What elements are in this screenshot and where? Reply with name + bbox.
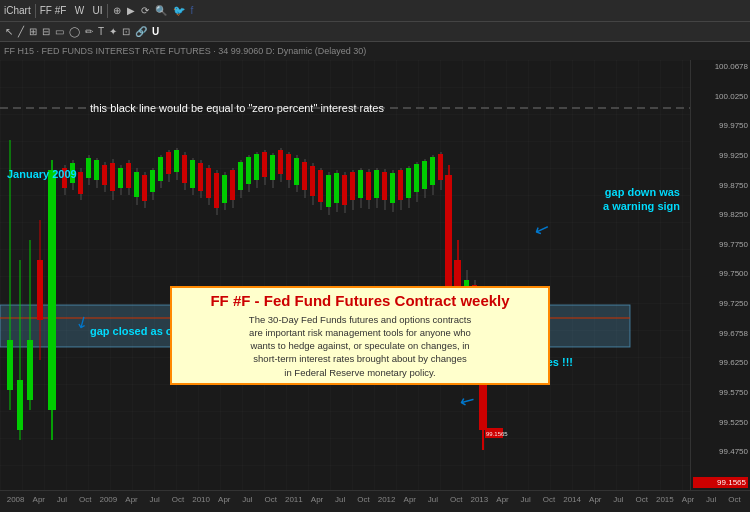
tb2-icon-6[interactable]: ◯ xyxy=(68,26,81,37)
price-3: 99.9750 xyxy=(693,121,748,130)
time-oct2: Oct xyxy=(166,495,189,504)
svg-rect-52 xyxy=(206,168,211,198)
svg-rect-98 xyxy=(390,173,395,203)
svg-rect-112 xyxy=(445,175,452,295)
second-toolbar: ↖ ╱ ⊞ ⊟ ▭ ◯ ✏ T ✦ ⊡ 🔗 U xyxy=(0,22,750,42)
time-jul5: Jul xyxy=(421,495,444,504)
tb2-icon-1[interactable]: ↖ xyxy=(4,26,14,37)
tb2-icon-7[interactable]: ✏ xyxy=(84,26,94,37)
facebook-icon[interactable]: f xyxy=(190,5,195,16)
svg-rect-24 xyxy=(94,160,99,180)
svg-rect-74 xyxy=(294,158,299,185)
time-2008: 2008 xyxy=(4,495,27,504)
svg-rect-8 xyxy=(17,380,23,430)
svg-rect-44 xyxy=(174,150,179,172)
time-apr8: Apr xyxy=(676,495,699,504)
time-oct8: Oct xyxy=(723,495,746,504)
footer: © bligtan_2015 xyxy=(0,508,750,512)
time-jul3: Jul xyxy=(236,495,259,504)
time-oct3: Oct xyxy=(259,495,282,504)
toolbar-icon-2[interactable]: ▶ xyxy=(126,5,136,16)
price-8: 99.7500 xyxy=(693,269,748,278)
tb2-icon-4[interactable]: ⊟ xyxy=(41,26,51,37)
price-2: 100.0250 xyxy=(693,92,748,101)
svg-rect-16 xyxy=(62,168,67,188)
tb2-icon-10[interactable]: ⊡ xyxy=(121,26,131,37)
time-oct6: Oct xyxy=(537,495,560,504)
price-9: 99.7250 xyxy=(693,299,748,308)
svg-rect-38 xyxy=(150,170,155,192)
svg-rect-30 xyxy=(118,168,123,188)
svg-rect-104 xyxy=(414,164,419,192)
svg-rect-108 xyxy=(430,157,435,185)
svg-rect-56 xyxy=(222,175,227,203)
price-14: 99.4750 xyxy=(693,447,748,456)
price-7: 99.7750 xyxy=(693,240,748,249)
svg-rect-1 xyxy=(0,60,690,490)
time-apr6: Apr xyxy=(491,495,514,504)
tb2-icon-12[interactable]: U xyxy=(151,26,160,37)
time-2015: 2015 xyxy=(653,495,676,504)
sep1 xyxy=(35,4,36,18)
tb2-icon-11[interactable]: 🔗 xyxy=(134,26,148,37)
time-jul1: Jul xyxy=(50,495,73,504)
chart-wrapper: 99.1565 this black line would be equal t… xyxy=(0,60,750,490)
svg-rect-90 xyxy=(358,170,363,198)
twitter-icon[interactable]: 🐦 xyxy=(172,5,186,16)
svg-rect-54 xyxy=(214,173,219,208)
sep2 xyxy=(107,4,108,18)
svg-rect-84 xyxy=(334,173,339,203)
svg-rect-20 xyxy=(78,172,83,194)
svg-rect-110 xyxy=(438,154,443,180)
tb2-icon-2[interactable]: ╱ xyxy=(17,26,25,37)
title-box: FF #F - Fed Fund Futures Contract weekly… xyxy=(170,286,550,385)
toolbar-icon-3[interactable]: ⟳ xyxy=(140,5,150,16)
time-axis: 2008 Apr Jul Oct 2009 Apr Jul Oct 2010 A… xyxy=(0,490,750,508)
svg-rect-22 xyxy=(86,158,91,178)
time-apr2: Apr xyxy=(120,495,143,504)
price-12: 99.5750 xyxy=(693,388,748,397)
svg-rect-92 xyxy=(366,172,371,200)
svg-rect-36 xyxy=(142,175,147,201)
time-apr7: Apr xyxy=(584,495,607,504)
svg-rect-10 xyxy=(27,340,33,400)
time-apr1: Apr xyxy=(27,495,50,504)
top-toolbar: iChart FF #F W UI ⊕ ▶ ⟳ 🔍 🐦 f xyxy=(0,0,750,22)
time-2011: 2011 xyxy=(282,495,305,504)
svg-rect-62 xyxy=(246,157,251,184)
time-2014: 2014 xyxy=(561,495,584,504)
svg-rect-42 xyxy=(166,152,171,174)
chart-info: FF H15 · FED FUNDS INTEREST RATE FUTURES… xyxy=(4,46,366,56)
time-apr3: Apr xyxy=(213,495,236,504)
svg-rect-48 xyxy=(190,160,195,188)
toolbar-icon-1[interactable]: ⊕ xyxy=(112,5,122,16)
toolbar-icon-4[interactable]: 🔍 xyxy=(154,5,168,16)
title-main: FF #F - Fed Fund Futures Contract weekly xyxy=(182,292,538,309)
tb2-icon-5[interactable]: ▭ xyxy=(54,26,65,37)
tb2-icon-9[interactable]: ✦ xyxy=(108,26,118,37)
time-jul7: Jul xyxy=(607,495,630,504)
svg-rect-28 xyxy=(110,163,115,191)
time-jul4: Jul xyxy=(329,495,352,504)
tb2-icon-8[interactable]: T xyxy=(97,26,105,37)
time-oct7: Oct xyxy=(630,495,653,504)
title-desc: The 30-Day Fed Funds futures and options… xyxy=(182,313,538,379)
price-6: 99.8250 xyxy=(693,210,748,219)
time-oct4: Oct xyxy=(352,495,375,504)
svg-rect-102 xyxy=(406,168,411,198)
svg-rect-50 xyxy=(198,163,203,191)
time-jul8: Jul xyxy=(700,495,723,504)
price-5: 99.8750 xyxy=(693,181,748,190)
tb2-icon-3[interactable]: ⊞ xyxy=(28,26,38,37)
svg-rect-64 xyxy=(254,154,259,180)
price-11: 99.6250 xyxy=(693,358,748,367)
chart-svg: 99.1565 xyxy=(0,60,690,490)
chart-main[interactable]: 99.1565 this black line would be equal t… xyxy=(0,60,690,490)
svg-rect-18 xyxy=(70,163,75,183)
time-apr4: Apr xyxy=(305,495,328,504)
svg-rect-82 xyxy=(326,175,331,207)
svg-rect-12 xyxy=(37,260,43,320)
svg-rect-68 xyxy=(270,155,275,180)
svg-rect-72 xyxy=(286,154,291,180)
svg-rect-58 xyxy=(230,170,235,200)
